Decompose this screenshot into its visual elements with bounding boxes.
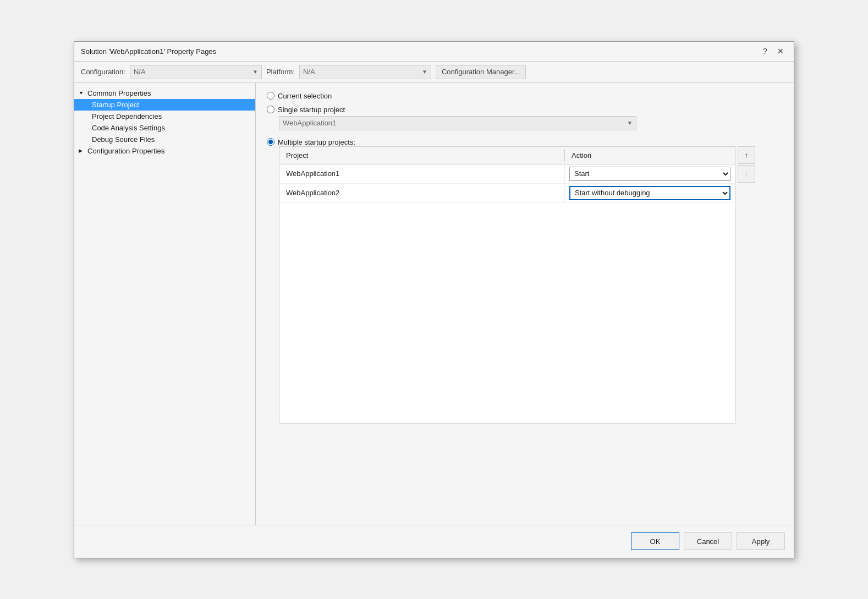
configuration-dropdown[interactable]: N/A ▼ xyxy=(130,65,262,79)
multiple-startup-label[interactable]: Multiple startup projects: xyxy=(278,138,355,146)
multiple-startup-radio[interactable] xyxy=(267,138,274,146)
projects-table-container: Project Action WebApplication1 xyxy=(279,146,783,424)
title-bar-buttons: ? ✕ xyxy=(759,45,787,58)
code-analysis-settings-label: Code Analysis Settings xyxy=(92,124,165,132)
tree-configuration-properties[interactable]: ▶ Configuration Properties xyxy=(74,145,255,157)
single-project-dropdown-arrow: ▼ xyxy=(627,120,633,126)
config-bar: Configuration: N/A ▼ Platform: N/A ▼ Con… xyxy=(74,62,794,83)
bottom-bar: OK Cancel Apply xyxy=(74,525,794,558)
multiple-startup-row: Multiple startup projects: xyxy=(267,138,783,146)
single-project-dropdown[interactable]: WebApplication1 ▼ xyxy=(279,116,636,130)
tree-debug-source-files[interactable]: Debug Source Files xyxy=(74,134,255,145)
property-pages-dialog: Solution 'WebApplication1' Property Page… xyxy=(74,41,794,558)
single-startup-radio[interactable] xyxy=(267,106,274,113)
project-name-cell-2: WebApplication2 xyxy=(279,185,564,200)
col-action-header: Action xyxy=(564,149,735,162)
tree-startup-project[interactable]: Startup Project xyxy=(74,99,255,111)
single-startup-section: Single startup project WebApplication1 ▼ xyxy=(267,106,783,130)
main-content: ▼ Common Properties Startup Project Proj… xyxy=(74,83,794,525)
common-properties-label: Common Properties xyxy=(87,89,151,97)
col-project-header: Project xyxy=(279,149,564,162)
move-down-button[interactable]: ↓ xyxy=(738,165,755,183)
multiple-startup-section: Multiple startup projects: Project Actio… xyxy=(267,138,783,424)
action-select-1[interactable]: None Start Start without debugging xyxy=(569,167,730,181)
cancel-button[interactable]: Cancel xyxy=(684,532,732,550)
tree-code-analysis-settings[interactable]: Code Analysis Settings xyxy=(74,122,255,134)
single-project-value: WebApplication1 xyxy=(283,119,336,127)
close-button[interactable]: ✕ xyxy=(774,45,787,58)
current-selection-radio[interactable] xyxy=(267,92,274,100)
action-cell: None Start Start without debugging xyxy=(564,164,735,183)
table-row: WebApplication1 None Start Start without… xyxy=(279,164,735,184)
configuration-manager-button[interactable]: Configuration Manager... xyxy=(436,65,526,79)
platform-dropdown-arrow: ▼ xyxy=(422,69,427,75)
left-panel: ▼ Common Properties Startup Project Proj… xyxy=(74,83,256,525)
configuration-label: Configuration: xyxy=(81,68,125,76)
configuration-value: N/A xyxy=(134,68,146,76)
move-up-button[interactable]: ↑ xyxy=(738,146,755,164)
platform-value: N/A xyxy=(303,68,315,76)
config-properties-expand-icon: ▶ xyxy=(79,148,87,153)
right-panel: Current selection Single startup project… xyxy=(256,83,794,525)
dialog-title: Solution 'WebApplication1' Property Page… xyxy=(81,47,216,56)
common-properties-expand-icon: ▼ xyxy=(79,90,87,96)
tree-common-properties[interactable]: ▼ Common Properties xyxy=(74,87,255,99)
current-selection-row: Current selection xyxy=(267,92,783,100)
tree-project-dependencies[interactable]: Project Dependencies xyxy=(74,111,255,122)
configuration-dropdown-arrow: ▼ xyxy=(252,69,258,75)
table-header: Project Action xyxy=(279,147,735,164)
help-button[interactable]: ? xyxy=(759,45,772,58)
single-startup-row: Single startup project xyxy=(267,106,783,114)
projects-table: Project Action WebApplication1 xyxy=(279,146,735,424)
title-bar: Solution 'WebApplication1' Property Page… xyxy=(74,42,794,62)
arrow-buttons: ↑ ↓ xyxy=(738,146,755,183)
table-empty-area xyxy=(279,203,735,423)
table-row: WebApplication2 None Start Start without… xyxy=(279,184,735,203)
action-cell-2: None Start Start without debugging xyxy=(564,184,735,202)
ok-button[interactable]: OK xyxy=(631,532,679,550)
platform-label: Platform: xyxy=(266,68,295,76)
single-startup-label[interactable]: Single startup project xyxy=(278,106,345,114)
configuration-properties-label: Configuration Properties xyxy=(87,147,164,155)
action-select-2[interactable]: None Start Start without debugging xyxy=(569,186,730,200)
platform-dropdown[interactable]: N/A ▼ xyxy=(299,65,431,79)
project-dependencies-label: Project Dependencies xyxy=(92,112,162,120)
current-selection-label[interactable]: Current selection xyxy=(278,92,332,100)
startup-project-label: Startup Project xyxy=(92,101,139,109)
apply-button[interactable]: Apply xyxy=(737,532,785,550)
startup-radio-group: Current selection Single startup project… xyxy=(267,92,783,424)
project-name-cell: WebApplication1 xyxy=(279,166,564,181)
debug-source-files-label: Debug Source Files xyxy=(92,135,155,144)
